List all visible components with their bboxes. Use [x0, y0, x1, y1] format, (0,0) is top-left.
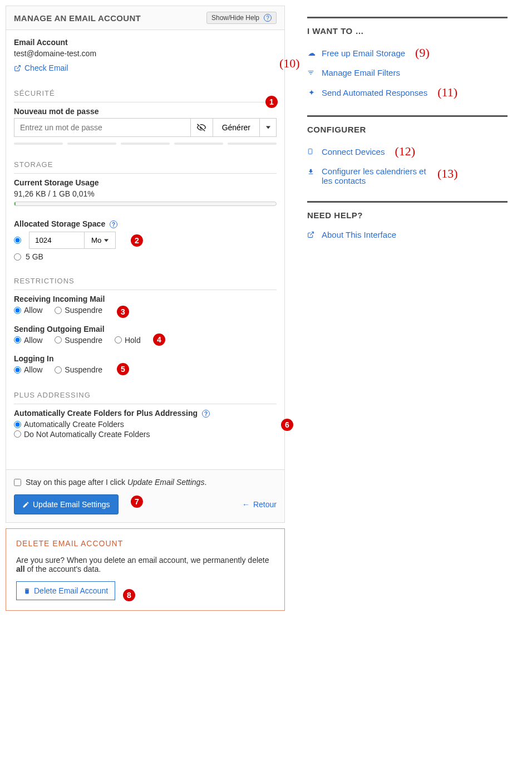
stay-em: Update Email Settings [127, 478, 205, 487]
back-link[interactable]: ← Retour [242, 500, 277, 509]
connect-label: Connect Devices [322, 147, 385, 156]
download-icon [307, 168, 316, 175]
pencil-icon [22, 501, 29, 508]
incoming-suspend-radio[interactable] [55, 307, 62, 314]
quota-max-radio[interactable] [14, 253, 21, 261]
callout-7: 7 [131, 496, 143, 508]
incoming-suspend-label[interactable]: Suspendre [65, 306, 102, 315]
password-label: Nouveau mot de passe [14, 107, 277, 116]
connect-devices-link[interactable]: Connect Devices (12) [307, 144, 508, 159]
generate-dropdown-button[interactable] [260, 118, 277, 137]
caret-down-icon [266, 125, 270, 130]
outgoing-allow-label[interactable]: Allow [24, 336, 42, 345]
login-allow-radio[interactable] [14, 366, 21, 374]
delete-confirm-text: Are you sure? When you delete an email a… [16, 556, 274, 573]
magic-icon: ✦ [307, 88, 316, 97]
quota-input[interactable] [29, 232, 85, 249]
show-hide-help-button[interactable]: Show/Hide Help ? [206, 12, 277, 24]
login-label: Logging In [14, 354, 277, 363]
plus-no-radio[interactable] [14, 430, 21, 438]
callout-6: 6 [281, 419, 293, 431]
update-button-label: Update Email Settings [33, 500, 110, 509]
external-link-icon [307, 231, 316, 238]
panel-title: MANAGE AN EMAIL ACCOUNT [14, 13, 141, 23]
plus-section-title: PLUS ADDRESSING [14, 391, 277, 404]
plus-no-label[interactable]: Do Not Automatically Create Folders [24, 430, 150, 439]
generate-password-button[interactable]: Générer [213, 118, 260, 137]
help-icon[interactable]: ? [110, 220, 117, 228]
login-suspend-radio[interactable] [55, 366, 62, 374]
usage-label: Current Storage Usage [14, 178, 277, 187]
svg-line-3 [310, 232, 313, 236]
login-allow-label[interactable]: Allow [24, 365, 42, 374]
filter-icon [307, 69, 316, 76]
cal-contacts-label: Configurer les calendriers et les contac… [322, 166, 427, 185]
plus-label: Automatically Create Folders for Plus Ad… [14, 409, 277, 418]
incoming-allow-label[interactable]: Allow [24, 306, 42, 315]
manage-filters-link[interactable]: Manage Email Filters [307, 68, 508, 77]
password-strength-meter [14, 143, 277, 145]
eye-slash-icon [196, 122, 206, 133]
outgoing-hold-label[interactable]: Hold [125, 336, 141, 345]
plus-yes-label[interactable]: Automatically Create Folders [24, 420, 124, 429]
quota-custom-radio[interactable] [14, 237, 21, 244]
callout-4: 4 [153, 333, 165, 346]
callout-10: (10) [279, 56, 300, 71]
outgoing-suspend-label[interactable]: Suspendre [65, 336, 102, 345]
stay-prefix: Stay on this page after I click [26, 478, 127, 487]
svg-line-0 [17, 65, 20, 68]
allocated-label: Allocated Storage Space ? [14, 219, 277, 229]
free-storage-label: Free up Email Storage [322, 48, 405, 58]
callout-12: (12) [395, 144, 415, 159]
outgoing-label: Sending Outgoing Email [14, 325, 277, 333]
help-button-label: Show/Hide Help [211, 14, 259, 22]
delete-email-account-button[interactable]: Delete Email Account [16, 581, 115, 600]
stay-on-page-checkbox[interactable] [14, 479, 21, 486]
callout-5: 5 [117, 363, 129, 375]
outgoing-allow-radio[interactable] [14, 336, 21, 344]
need-help-title: NEED HELP? [307, 210, 508, 220]
email-account-label: Email Account [14, 38, 277, 47]
free-storage-link[interactable]: ☁ Free up Email Storage (9) [307, 46, 508, 60]
back-label: Retour [253, 500, 277, 509]
filters-label: Manage Email Filters [322, 68, 400, 77]
email-account-value: test@domaine-test.com [14, 49, 277, 58]
mobile-icon [307, 148, 316, 155]
update-email-settings-button[interactable]: Update Email Settings [14, 494, 119, 514]
callout-9: (9) [415, 46, 430, 60]
configurer-title: CONFIGURER [307, 125, 508, 134]
callout-3: 3 [117, 306, 129, 318]
automated-responses-link[interactable]: ✦ Send Automated Responses (11) [307, 85, 508, 100]
stay-on-page-label[interactable]: Stay on this page after I click Update E… [26, 478, 206, 487]
caret-down-icon [104, 238, 109, 243]
delete-title: DELETE EMAIL ACCOUNT [16, 539, 274, 548]
i-want-to-title: I WANT TO … [307, 26, 508, 36]
help-icon: ? [264, 14, 272, 22]
external-link-icon [14, 65, 21, 72]
outgoing-suspend-radio[interactable] [55, 336, 62, 344]
check-email-label: Check Email [24, 63, 68, 72]
plus-label-text: Automatically Create Folders for Plus Ad… [14, 409, 198, 418]
password-input[interactable] [14, 118, 191, 137]
trash-icon [23, 587, 31, 595]
toggle-password-visibility-button[interactable] [191, 118, 213, 137]
login-suspend-label[interactable]: Suspendre [65, 365, 102, 374]
incoming-allow-radio[interactable] [14, 307, 21, 314]
quota-max-label[interactable]: 5 GB [26, 252, 43, 261]
auto-resp-label: Send Automated Responses [322, 88, 427, 97]
svg-rect-1 [308, 149, 312, 154]
check-email-link[interactable]: Check Email [14, 63, 68, 72]
arrow-left-icon: ← [242, 500, 250, 509]
plus-yes-radio[interactable] [14, 421, 21, 428]
cloud-icon: ☁ [307, 48, 316, 57]
restrictions-section-title: RESTRICTIONS [14, 277, 277, 290]
about-interface-link[interactable]: About This Interface [307, 230, 508, 239]
calendars-contacts-link[interactable]: Configurer les calendriers et les contac… [307, 166, 508, 185]
callout-11: (11) [437, 85, 457, 100]
delete-prefix: Are you sure? When you delete an email a… [16, 556, 269, 565]
help-icon[interactable]: ? [202, 410, 210, 418]
quota-unit-button[interactable]: Mo [85, 232, 116, 249]
security-section-title: SÉCURITÉ [14, 89, 277, 102]
quota-unit-label: Mo [91, 236, 102, 244]
outgoing-hold-radio[interactable] [115, 336, 122, 344]
